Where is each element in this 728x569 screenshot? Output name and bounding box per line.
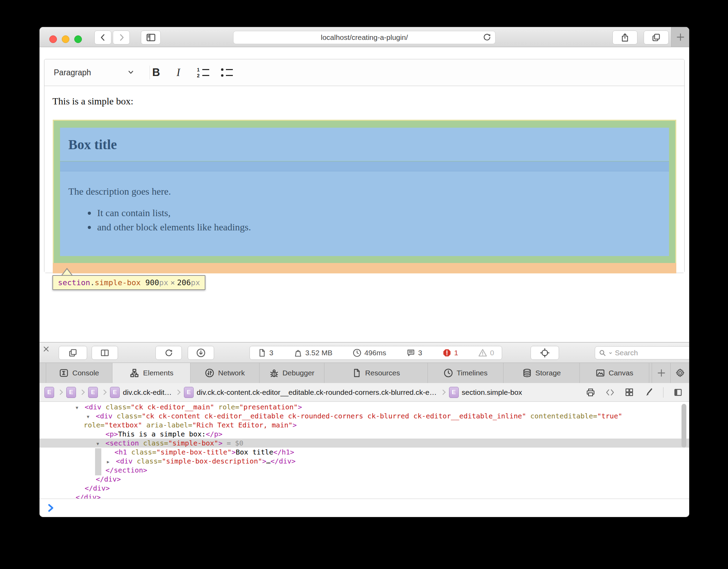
search-placeholder: Search [615, 349, 638, 357]
new-tab-button[interactable] [671, 27, 689, 47]
box-list-item: It can contain lists, [82, 207, 251, 219]
tab-resources[interactable]: Resources [324, 363, 428, 383]
italic-button[interactable]: I [169, 59, 187, 86]
tab-elements[interactable]: Elements [112, 363, 191, 383]
breadcrumb-item[interactable]: Ediv.ck.ck-content.ck-editor__editable.c… [184, 387, 437, 398]
breadcrumb-item-selected[interactable]: Esection.simple-box [449, 387, 522, 398]
dom-token-eq: = [152, 448, 156, 456]
reload-icon[interactable] [482, 33, 492, 42]
paragraph-style-dropdown[interactable]: Paragraph [54, 59, 91, 86]
dom-token-tag: </h1> [273, 448, 294, 456]
dom-tree-row[interactable]: role="textbox" aria-label="Rich Text Edi… [40, 421, 689, 430]
breadcrumb-actions [586, 387, 689, 398]
page-stats-group[interactable]: 33.52 MB496ms310 [249, 346, 502, 360]
plus-icon [676, 32, 685, 42]
breadcrumb-item[interactable]: E [44, 387, 54, 398]
tab-network[interactable]: Network [191, 363, 260, 383]
force-appearance-icon[interactable] [644, 388, 653, 397]
editor-content[interactable]: This is a simple box: Box title The desc… [44, 86, 684, 273]
message-bubble-icon [406, 348, 415, 357]
inspector-settings-button[interactable] [670, 363, 689, 383]
tab-console[interactable]: Console [46, 363, 112, 383]
inspector-reload-button[interactable] [155, 346, 182, 360]
numbered-list-button[interactable]: 1 2 [193, 59, 213, 86]
dom-tree-row[interactable]: ▾<div class="ck ck-content ck-editor__ed… [40, 411, 689, 421]
bullet-icon [88, 226, 91, 229]
breadcrumb-separator-icon [79, 390, 85, 395]
dom-token-plain [133, 457, 137, 465]
close-window-button[interactable] [49, 35, 57, 43]
stat-weight[interactable]: 3.52 MB [289, 348, 337, 357]
stat-error-octagon[interactable]: 1 [438, 348, 463, 357]
tab-canvas[interactable]: Canvas [580, 363, 649, 383]
zoom-window-button[interactable] [74, 35, 82, 43]
share-button[interactable] [612, 31, 637, 44]
dom-tree-row-selected[interactable]: ▾<section class="simple-box"> = $0 [40, 439, 689, 448]
reload-icon [164, 348, 173, 358]
tab-overview-button[interactable] [644, 31, 669, 44]
forward-button[interactable] [113, 31, 130, 44]
layout-grid-icon[interactable] [625, 388, 634, 397]
breadcrumb-item[interactable]: E [88, 387, 98, 398]
back-button[interactable] [94, 31, 111, 44]
dom-scrollbar-thumb[interactable] [682, 404, 686, 448]
bold-button[interactable]: B [147, 59, 165, 86]
tooltip-width-unit: px [159, 278, 168, 287]
dom-tree-row[interactable]: ▸<div class="simple-box-description">…</… [40, 457, 689, 466]
breadcrumb-item[interactable]: Ediv.ck.ck-edit… [110, 387, 172, 398]
search-scope-chevron-icon[interactable] [608, 351, 613, 355]
details-sidebar-toggle-icon[interactable] [673, 388, 683, 397]
print-styles-icon[interactable] [586, 388, 595, 397]
plus-icon [657, 368, 666, 378]
address-bar[interactable]: localhost/creating-a-plugin/ [233, 31, 496, 44]
sidebar-icon [146, 32, 156, 43]
dock-undock-button[interactable] [59, 346, 87, 360]
dom-token-plain: This is a simple box: [118, 430, 206, 438]
inspector-search-field[interactable]: Search [595, 346, 689, 359]
breadcrumb-separator-icon [175, 390, 181, 395]
stat-clock[interactable]: 496ms [348, 348, 390, 357]
chevron-down-icon[interactable] [127, 68, 135, 76]
dom-token-val: "true" [597, 412, 622, 420]
dom-tree-row[interactable]: <h1 class="simple-box-title">Box title</… [40, 448, 689, 457]
minimize-window-button[interactable] [62, 35, 69, 43]
dom-token-plain [101, 403, 105, 411]
timelines-icon [443, 368, 453, 378]
disclosure-closed-icon[interactable]: ▸ [107, 457, 116, 466]
download-page-button[interactable] [188, 346, 214, 360]
tab-timelines[interactable]: Timelines [428, 363, 503, 383]
dom-token-plain [127, 448, 131, 456]
dom-tree-row[interactable]: </div> [40, 475, 689, 484]
dom-tree-row[interactable]: </div> [40, 484, 689, 493]
back-icon [99, 33, 108, 42]
dom-tree-row[interactable]: ▾<div class="ck ck-editor__main" role="p… [40, 402, 689, 411]
dom-token-eq: = [593, 412, 597, 420]
share-icon [620, 33, 630, 42]
bulleted-list-button[interactable] [217, 59, 237, 86]
stat-document[interactable]: 3 [253, 348, 278, 357]
tab-debugger[interactable]: Debugger [260, 363, 324, 383]
add-tab-button[interactable] [652, 363, 670, 383]
disclosure-open-icon[interactable]: ▾ [76, 403, 85, 412]
box-title-text: Box title [68, 137, 117, 152]
breadcrumb-item[interactable]: E [66, 387, 76, 398]
dom-tree-row[interactable]: </section> [40, 466, 689, 475]
dock-side-button[interactable] [92, 346, 118, 360]
console-prompt-row[interactable] [40, 499, 689, 517]
dom-token-tag: </p> [206, 430, 222, 438]
sidebar-toggle-button[interactable] [141, 31, 161, 44]
show-source-icon[interactable] [605, 388, 615, 397]
stat-message-bubble[interactable]: 3 [402, 348, 426, 357]
element-picker-button[interactable] [531, 346, 559, 360]
disclosure-open-icon[interactable]: ▾ [87, 412, 96, 421]
dom-tree-row[interactable]: <p>This is a simple box:</p> [40, 430, 689, 439]
stat-warning-triangle[interactable]: 0 [474, 348, 498, 357]
dom-breadcrumb-bar: EEEEdiv.ck.ck-edit…Ediv.ck.ck-content.ck… [40, 383, 689, 402]
close-inspector-button[interactable] [40, 342, 53, 356]
ckeditor-frame: Paragraph B I 1 2 [44, 59, 685, 273]
tab-overview-icon [651, 33, 661, 42]
tab-storage[interactable]: Storage [503, 363, 580, 383]
disclosure-open-icon[interactable]: ▾ [96, 439, 105, 448]
dom-tree-row[interactable]: </div> [40, 493, 689, 499]
dom-tree-panel[interactable]: ▾<div class="ck ck-editor__main" role="p… [40, 402, 689, 499]
